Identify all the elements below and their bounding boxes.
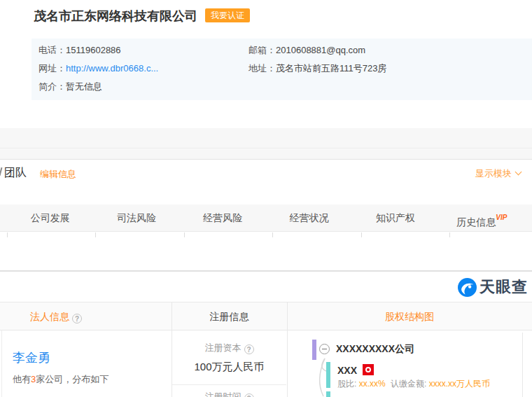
tab-history-info[interactable]: 历史信息VIP [439,204,525,231]
intro-row: 简介：暂无信息 [38,81,102,93]
team-section-bar: 团队 编辑信息 显示模块 [0,160,532,204]
header-legal-person: 法人信息 [30,302,82,330]
equity-shareholder-name: XXX [337,365,357,376]
divider [361,232,362,237]
email-value: 2010608881@qq.com [276,45,365,55]
chevron-down-icon [515,169,522,176]
tianyancha-logo[interactable]: 天眼查 [458,277,528,298]
header-equity-structure: 股权结构图 [287,302,532,330]
tianyancha-logo-icon [458,278,477,297]
section-separator [0,270,532,272]
registered-time-label: 注册时间 [172,391,287,397]
equity-connector-lines [308,354,336,397]
page-title: 茂名市正东网络科技有限公司 [34,8,197,25]
legal-person-summary: 他有3家公司，分布如下 [13,373,108,386]
website-row: 网址：http://www.dbr0668.c... [38,62,158,75]
child-node-bar-clipped [326,391,330,397]
address-label: 地址： [248,63,276,74]
registered-capital-label: 注册资本 [172,342,287,354]
legal-person-link[interactable]: 李金勇 [13,349,50,366]
registered-capital-value: 100万元人民币 [172,361,287,374]
tab-operation-status[interactable]: 经营状况 [266,204,352,231]
share-ratio-value: xx.xx% [359,379,386,389]
divider [0,148,532,148]
child-node-bar [326,362,330,388]
edit-info-link[interactable]: 编辑信息 [40,168,76,181]
vip-badge: VIP [496,214,507,221]
question-circle-icon[interactable] [244,344,254,354]
tab-company-development[interactable]: 公司发展 [7,204,93,231]
tab-intellectual-property[interactable]: 知识产权 [352,204,438,231]
table-header-row: 法人信息 注册信息 股权结构图 [0,302,532,330]
tianyancha-company-page: 茂名市正东网络科技有限公司 我要认证 电话：15119602886 邮箱：201… [0,0,532,397]
column-divider [287,302,288,397]
website-link[interactable]: http://www.dbr0668.c... [66,63,158,74]
intro-label: 简介： [38,81,66,92]
tianyancha-logo-text: 天眼查 [479,277,528,298]
intro-value: 暂无信息 [66,81,102,92]
question-circle-icon[interactable] [72,314,82,323]
company-info-panel: 电话：15119602886 邮箱：2010608881@qq.com 网址：h… [31,39,532,100]
company-logo-icon [363,364,374,375]
divider [95,232,96,237]
equity-share-details: 股比: xx.xx% 认缴金额: xxxx.xx万人民币 [337,378,490,390]
divider [184,232,185,237]
header-registration: 注册信息 [172,302,287,330]
clipped-glyph [0,167,2,176]
address-value: 茂名市站前五路111号723房 [276,63,386,74]
phone-row: 电话：15119602886 [38,44,121,57]
address-row: 地址：茂名市站前五路111号723房 [248,62,386,75]
email-row: 邮箱：2010608881@qq.com [248,44,365,57]
divider [522,333,523,397]
website-label: 网址： [38,63,66,74]
display-modules-label: 显示模块 [475,168,512,179]
phone-value: 15119602886 [66,45,121,55]
parent-node-bar [312,340,316,360]
collapse-minus-icon[interactable] [319,344,330,354]
company-detail-table: 法人信息 注册信息 股权结构图 李金勇 他有3家公司，分布如下 注册资本 100… [0,302,532,397]
section-tabbar: 公司发展 司法风险 经营风险 经营状况 知识产权 历史信息VIP [0,204,532,232]
tab-operation-risk[interactable]: 经营风险 [180,204,266,231]
subscribed-amount-value: xxxx.xx万人民币 [429,379,490,389]
question-circle-icon[interactable] [244,393,254,397]
module-band [0,128,532,160]
divider [449,232,450,237]
tab-judicial-risk[interactable]: 司法风险 [93,204,179,231]
equity-parent-company: XXXXXXXXX公司 [336,343,414,356]
email-label: 邮箱： [248,45,276,55]
divider [172,384,286,385]
team-section-title: 团队 [4,166,27,181]
verify-button[interactable]: 我要认证 [205,8,250,22]
divider [272,232,273,237]
phone-label: 电话： [38,45,66,55]
display-modules-control[interactable]: 显示模块 [475,167,521,180]
divider [7,232,8,237]
